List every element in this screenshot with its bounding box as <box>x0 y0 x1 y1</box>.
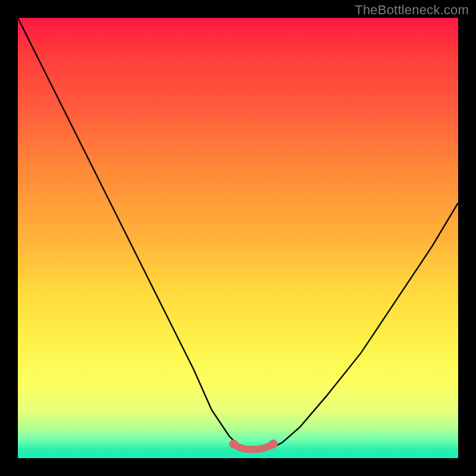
plot-area <box>18 18 458 458</box>
bottleneck-curve-line <box>18 18 458 449</box>
chart-frame: TheBottleneck.com <box>0 0 476 476</box>
watermark-text: TheBottleneck.com <box>355 2 469 18</box>
svg-point-1 <box>269 440 278 449</box>
optimal-region-marker <box>229 440 278 449</box>
svg-point-0 <box>229 440 238 449</box>
curve-overlay <box>18 18 458 458</box>
